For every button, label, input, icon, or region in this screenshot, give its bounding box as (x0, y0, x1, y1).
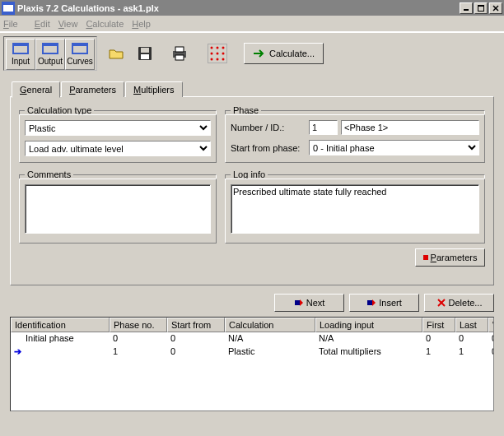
svg-rect-15 (141, 54, 149, 59)
nodes-button[interactable] (206, 42, 229, 65)
menu-edit[interactable]: Edit (35, 19, 50, 29)
svg-rect-10 (44, 46, 57, 53)
col-startfrom[interactable]: Start from (167, 318, 225, 332)
calculation-type-group: Calculation type Plastic Load adv. ultim… (19, 105, 217, 163)
svg-rect-30 (367, 300, 372, 305)
table-row[interactable]: ➔10PlasticTotal multipliers110 (11, 346, 494, 359)
svg-point-27 (217, 58, 219, 60)
phase-name-input[interactable] (341, 120, 479, 135)
calculation-type-legend: Calculation type (25, 105, 94, 115)
menu-bar: File Edit View Calculate Help (0, 16, 504, 32)
toolbar-output-button[interactable]: Output (35, 39, 65, 70)
insert-button[interactable]: Insert (349, 294, 419, 312)
tab-general[interactable]: General (12, 81, 60, 98)
svg-rect-12 (73, 46, 86, 53)
table-row[interactable]: Initial phase00N/AN/A000 (11, 332, 494, 346)
col-water[interactable]: Water (488, 318, 494, 332)
next-button[interactable]: Next (274, 294, 344, 312)
col-loading[interactable]: Loading input (315, 318, 422, 332)
save-button[interactable] (133, 42, 156, 65)
window-title: Plaxis 7.2 Calculations - ask1.plx (17, 3, 159, 13)
folder-open-icon (109, 47, 125, 60)
arrow-right-icon (253, 49, 266, 58)
current-row-arrow-icon: ➔ (14, 346, 26, 357)
tab-panel-general: Calculation type Plastic Load adv. ultim… (10, 96, 494, 285)
calculate-button[interactable]: Calculate... (244, 43, 324, 64)
client-area: General Parameters Multipliers Calculati… (0, 73, 504, 436)
menu-help[interactable]: Help (132, 19, 151, 29)
number-id-label: Number / ID.: (231, 123, 309, 132)
svg-point-22 (222, 46, 225, 49)
log-info-legend: Log info (231, 169, 268, 179)
svg-rect-17 (175, 47, 184, 52)
printer-icon (171, 46, 188, 61)
calculation-type-select[interactable]: Plastic (25, 120, 211, 136)
comments-legend: Comments (25, 169, 73, 179)
col-last[interactable]: Last (455, 318, 488, 332)
svg-point-20 (211, 46, 213, 49)
insert-icon (366, 298, 376, 308)
svg-point-23 (211, 52, 213, 54)
next-icon (294, 298, 304, 308)
log-info-textarea[interactable]: Prescribed ultimate state fully reached (231, 184, 479, 234)
parameters-button[interactable]: Parameters (415, 248, 485, 267)
tab-multipliers[interactable]: Multipliers (125, 81, 183, 97)
log-info-group: Log info Prescribed ultimate state fully… (225, 169, 485, 244)
phase-number-input[interactable] (309, 120, 338, 135)
app-icon (2, 2, 15, 15)
delete-icon (436, 298, 446, 308)
toolbar-group-modules: Input Output Curves (3, 36, 97, 71)
svg-rect-29 (295, 300, 300, 305)
menu-file[interactable]: File (3, 19, 26, 29)
svg-point-28 (222, 58, 225, 60)
load-advancement-select[interactable]: Load adv. ultimate level (25, 141, 211, 156)
floppy-icon (138, 46, 152, 61)
svg-rect-14 (141, 48, 149, 53)
svg-point-24 (217, 52, 219, 54)
comments-group: Comments (19, 169, 217, 244)
tab-parameters[interactable]: Parameters (61, 81, 124, 97)
phase-legend: Phase (231, 105, 261, 115)
comments-textarea[interactable] (25, 184, 211, 234)
maximize-button[interactable] (474, 2, 488, 14)
col-calculation[interactable]: Calculation (225, 318, 315, 332)
phases-grid[interactable]: Identification Phase no. Start from Calc… (10, 317, 494, 411)
svg-rect-18 (175, 55, 184, 60)
minimize-button[interactable] (460, 2, 473, 14)
menu-view[interactable]: View (58, 19, 78, 29)
print-button[interactable] (168, 42, 191, 65)
col-identification[interactable]: Identification (11, 318, 110, 332)
tab-strip: General Parameters Multipliers (12, 81, 494, 97)
grid-header: Identification Phase no. Start from Calc… (11, 318, 494, 332)
svg-point-26 (211, 58, 213, 60)
col-first[interactable]: First (422, 318, 455, 332)
col-phaseno[interactable]: Phase no. (110, 318, 167, 332)
title-bar: Plaxis 7.2 Calculations - ask1.plx (0, 0, 504, 16)
toolbar-input-button[interactable]: Input (6, 39, 35, 70)
close-button[interactable] (489, 2, 502, 14)
start-from-select[interactable]: 0 - Initial phase (309, 140, 479, 155)
toolbar-curves-button[interactable]: Curves (65, 39, 95, 70)
open-button[interactable] (105, 42, 128, 65)
start-from-label: Start from phase: (231, 143, 309, 153)
phase-group: Phase Number / ID.: Start from phase: 0 … (225, 105, 485, 163)
toolbar: Input Output Curves Calculate... (0, 32, 504, 73)
menu-calculate[interactable]: Calculate (86, 19, 124, 29)
svg-rect-1 (3, 5, 13, 12)
red-dots-icon (208, 44, 227, 63)
svg-point-21 (217, 46, 219, 49)
delete-button[interactable]: Delete... (424, 294, 494, 312)
svg-point-25 (222, 52, 225, 54)
svg-rect-8 (14, 46, 27, 53)
